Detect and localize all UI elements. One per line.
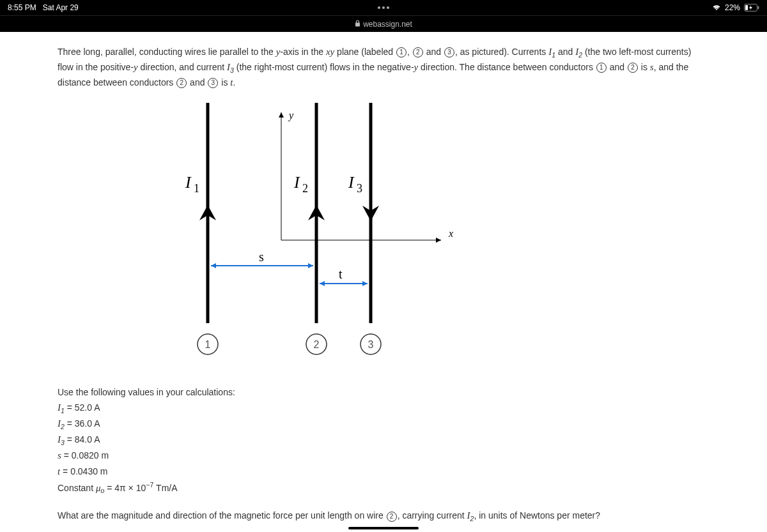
svg-marker-23 <box>211 263 216 268</box>
svg-rect-3 <box>355 22 360 26</box>
svg-rect-2 <box>758 6 759 10</box>
svg-text:t: t <box>339 267 343 281</box>
svg-text:2: 2 <box>314 339 320 350</box>
svg-text:1: 1 <box>205 339 211 350</box>
svg-marker-5 <box>436 238 441 243</box>
svg-rect-1 <box>745 5 748 10</box>
status-bar: 8:55 PM Sat Apr 29 22% <box>0 0 767 15</box>
status-date: Sat Apr 29 <box>43 3 79 12</box>
browser-url-bar[interactable]: webassign.net <box>0 15 767 32</box>
diagram: x y I 1 I 2 I 3 s <box>173 96 467 365</box>
multitask-dots[interactable] <box>378 6 389 9</box>
svg-text:3: 3 <box>357 182 362 195</box>
wifi-icon <box>712 4 721 11</box>
svg-marker-24 <box>308 263 313 268</box>
url-text: webassign.net <box>363 20 412 29</box>
question-text: What are the magnitude and direction of … <box>58 508 709 524</box>
svg-text:1: 1 <box>194 182 199 195</box>
svg-marker-28 <box>362 281 368 286</box>
svg-text:x: x <box>448 228 453 239</box>
home-indicator[interactable] <box>348 527 419 529</box>
problem-statement: Three long, parallel, conducting wires l… <box>58 45 709 90</box>
svg-text:s: s <box>259 250 264 264</box>
lock-icon <box>355 20 360 29</box>
svg-text:y: y <box>288 110 294 121</box>
svg-marker-27 <box>320 281 325 286</box>
svg-text:I: I <box>293 173 300 192</box>
svg-text:2: 2 <box>302 182 308 195</box>
values-header: Use the following values in your calcula… <box>58 386 709 400</box>
battery-icon <box>744 4 759 11</box>
problem-content: Three long, parallel, conducting wires l… <box>0 32 767 524</box>
battery-percent: 22% <box>725 3 740 12</box>
status-time: 8:55 PM <box>8 3 36 12</box>
svg-text:I: I <box>348 173 355 192</box>
svg-text:3: 3 <box>368 339 374 350</box>
svg-text:I: I <box>185 173 192 192</box>
given-values: Use the following values in your calcula… <box>58 386 709 496</box>
svg-marker-8 <box>279 112 284 118</box>
